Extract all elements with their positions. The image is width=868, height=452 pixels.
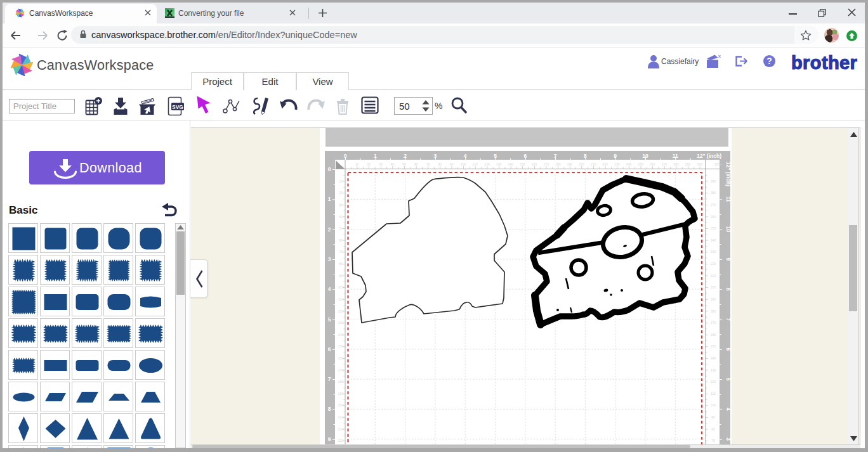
svg-text:250: 250 — [638, 162, 643, 166]
svg-text:30: 30 — [339, 203, 343, 207]
svg-text:190: 190 — [567, 162, 573, 166]
svg-text:5: 5 — [725, 378, 732, 381]
svg-text:200: 200 — [338, 403, 344, 407]
svg-text:2: 2 — [328, 226, 331, 233]
svg-text:100: 100 — [338, 285, 344, 289]
svg-text:240: 240 — [711, 238, 716, 242]
svg-text:90: 90 — [711, 415, 715, 419]
svg-text:180: 180 — [555, 162, 561, 166]
svg-text:250: 250 — [711, 226, 716, 230]
svg-text:230: 230 — [338, 439, 344, 442]
svg-text:220: 220 — [711, 262, 716, 266]
svg-text:240: 240 — [626, 162, 632, 166]
svg-text:3: 3 — [725, 437, 732, 441]
svg-text:6: 6 — [328, 346, 331, 352]
svg-text:10: 10 — [339, 179, 343, 183]
svg-text:130: 130 — [496, 162, 502, 166]
svg-text:6: 6 — [725, 347, 732, 351]
svg-text:70: 70 — [426, 162, 430, 166]
svg-text:150: 150 — [520, 162, 525, 166]
svg-text:150: 150 — [338, 344, 344, 348]
svg-text:140: 140 — [338, 333, 344, 337]
svg-text:8: 8 — [328, 406, 331, 412]
svg-text:7: 7 — [328, 376, 331, 382]
svg-text:120: 120 — [484, 162, 490, 166]
svg-text:290: 290 — [711, 179, 716, 183]
svg-text:120: 120 — [338, 309, 344, 313]
svg-text:80: 80 — [711, 427, 715, 431]
svg-text:300—: 300— — [714, 162, 723, 166]
svg-text:110: 110 — [711, 392, 716, 396]
svg-text:SVG: SVG — [172, 104, 183, 110]
svg-text:110: 110 — [338, 297, 343, 301]
svg-text:9: 9 — [725, 258, 732, 261]
svg-text:9: 9 — [328, 436, 331, 442]
svg-text:170: 170 — [338, 368, 344, 372]
svg-text:280: 280 — [673, 162, 679, 166]
svg-text:30: 30 — [379, 162, 383, 166]
svg-text:100: 100 — [711, 403, 716, 407]
svg-text:270: 270 — [711, 203, 716, 207]
svg-text:210: 210 — [591, 162, 596, 166]
svg-text:3: 3 — [328, 256, 331, 262]
svg-text:90: 90 — [339, 274, 343, 278]
svg-text:60: 60 — [414, 162, 418, 166]
svg-text:230: 230 — [711, 250, 716, 254]
svg-text:200: 200 — [711, 285, 716, 289]
svg-text:80: 80 — [339, 262, 343, 266]
svg-text:180: 180 — [711, 309, 716, 313]
svg-text:190: 190 — [338, 392, 344, 396]
svg-text:270: 270 — [662, 162, 667, 166]
svg-text:70: 70 — [339, 250, 343, 254]
svg-text:80: 80 — [438, 162, 442, 166]
svg-text:170: 170 — [711, 321, 716, 325]
svg-text:50: 50 — [339, 226, 343, 230]
svg-text:5: 5 — [328, 316, 331, 323]
svg-text:120: 120 — [711, 380, 716, 384]
svg-text:190: 190 — [711, 297, 716, 301]
svg-text:210: 210 — [338, 415, 344, 419]
svg-text:260: 260 — [711, 215, 716, 219]
svg-text:40: 40 — [339, 215, 343, 219]
svg-text:100: 100 — [461, 162, 466, 166]
svg-text:230: 230 — [614, 162, 620, 166]
svg-text:140: 140 — [711, 356, 716, 360]
svg-text:40: 40 — [391, 162, 395, 166]
svg-text:170: 170 — [543, 162, 549, 166]
svg-text:11: 11 — [725, 197, 732, 202]
svg-text:12" (inch): 12" (inch) — [697, 153, 721, 159]
svg-text:4: 4 — [725, 408, 732, 411]
svg-text:160: 160 — [532, 162, 537, 166]
svg-text:0: 0 — [328, 166, 331, 172]
svg-text:160: 160 — [711, 333, 716, 337]
svg-text:220: 220 — [603, 162, 608, 166]
svg-text:130: 130 — [711, 368, 716, 372]
svg-text:7: 7 — [725, 318, 732, 321]
svg-text:140: 140 — [508, 162, 514, 166]
svg-text:200: 200 — [579, 162, 584, 166]
svg-text:110: 110 — [473, 162, 478, 166]
svg-text:20: 20 — [367, 162, 371, 166]
svg-text:300: 300 — [697, 162, 703, 166]
svg-text:260: 260 — [650, 162, 655, 166]
svg-text:150: 150 — [711, 344, 716, 348]
svg-text:280: 280 — [711, 191, 716, 195]
svg-text:12" (inch): 12" (inch) — [725, 162, 732, 186]
svg-text:4: 4 — [328, 286, 331, 292]
svg-text:290: 290 — [685, 162, 691, 166]
svg-text:210: 210 — [711, 274, 716, 278]
svg-text:220: 220 — [338, 427, 344, 431]
svg-text:180: 180 — [338, 380, 344, 384]
svg-text:8: 8 — [725, 288, 732, 291]
svg-text:20: 20 — [339, 191, 343, 195]
svg-text:130: 130 — [338, 321, 344, 325]
svg-text:160: 160 — [338, 356, 344, 360]
svg-text:90: 90 — [450, 162, 454, 166]
svg-text:60: 60 — [339, 238, 343, 242]
svg-text:10: 10 — [725, 226, 732, 233]
svg-text:1: 1 — [328, 196, 331, 202]
svg-text:10: 10 — [355, 162, 359, 166]
svg-text:70: 70 — [711, 439, 715, 442]
svg-text:50: 50 — [402, 162, 406, 166]
